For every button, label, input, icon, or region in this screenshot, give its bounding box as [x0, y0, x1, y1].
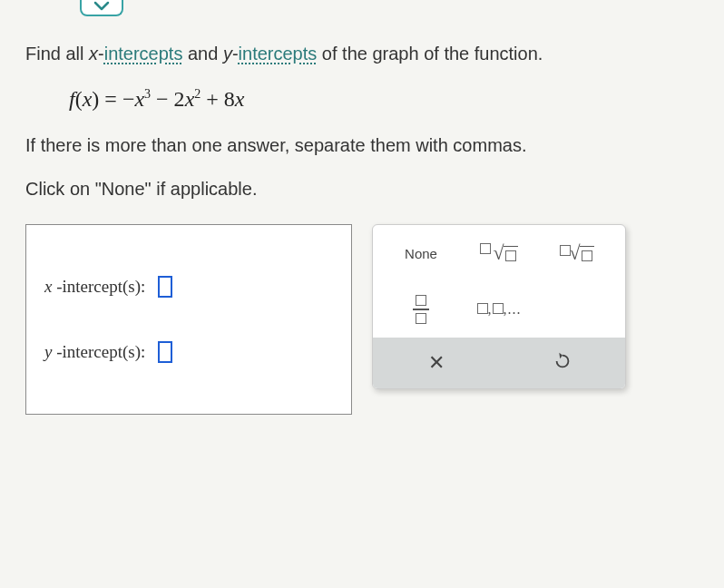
- x-intercept-row: x -intercept(s):: [44, 276, 333, 298]
- keypad-row: ,,...: [373, 281, 625, 338]
- clear-button[interactable]: ✕: [373, 338, 499, 388]
- x-intercept-input[interactable]: [158, 276, 172, 298]
- nth-root-button[interactable]: √: [538, 230, 616, 277]
- undo-button[interactable]: [499, 338, 625, 388]
- text-fragment: and: [182, 44, 222, 64]
- close-icon: ✕: [428, 351, 445, 375]
- question-prompt: Find all x-intercepts and y-intercepts o…: [25, 40, 699, 67]
- list-icon: ,,...: [477, 301, 522, 318]
- intercepts-link[interactable]: intercepts: [239, 44, 318, 64]
- nth-root-icon: √: [560, 241, 593, 265]
- intercepts-link[interactable]: intercepts: [104, 44, 183, 64]
- instruction-none: Click on "None" if applicable.: [25, 175, 699, 202]
- math-keypad: None √ √: [372, 224, 626, 389]
- y-intercept-row: y -intercept(s):: [44, 341, 333, 363]
- none-button[interactable]: None: [382, 230, 460, 277]
- list-button[interactable]: ,,...: [460, 286, 538, 333]
- x-intercept-label: x -intercept(s):: [44, 277, 145, 297]
- keypad-spacer: [538, 286, 616, 333]
- y-intercept-label: y -intercept(s):: [44, 342, 145, 362]
- previous-question-tab[interactable]: [80, 0, 123, 16]
- text-fragment: Find all: [25, 44, 89, 64]
- text-fragment: -: [98, 44, 104, 64]
- text-fragment: of the graph of the function.: [317, 44, 543, 64]
- variable-x: x: [89, 44, 98, 64]
- sqrt-icon: √: [480, 241, 517, 265]
- chevron-down-icon: [93, 1, 110, 12]
- undo-icon: [553, 351, 572, 375]
- variable-y: y: [223, 44, 232, 64]
- keypad-row: None √ √: [373, 225, 625, 281]
- input-area: x -intercept(s): y -intercept(s): None √: [25, 224, 699, 415]
- none-label: None: [405, 246, 437, 261]
- keypad-footer: ✕: [373, 338, 625, 388]
- sqrt-button[interactable]: √: [460, 230, 538, 277]
- function-equation: f(x) = −x3 − 2x2 + 8x: [69, 87, 699, 112]
- fraction-button[interactable]: [382, 286, 460, 333]
- y-intercept-input[interactable]: [158, 341, 172, 363]
- fraction-icon: [413, 295, 429, 324]
- answer-box: x -intercept(s): y -intercept(s):: [25, 224, 352, 415]
- instruction-separate: If there is more than one answer, separa…: [25, 132, 699, 159]
- text-fragment: -: [232, 44, 239, 64]
